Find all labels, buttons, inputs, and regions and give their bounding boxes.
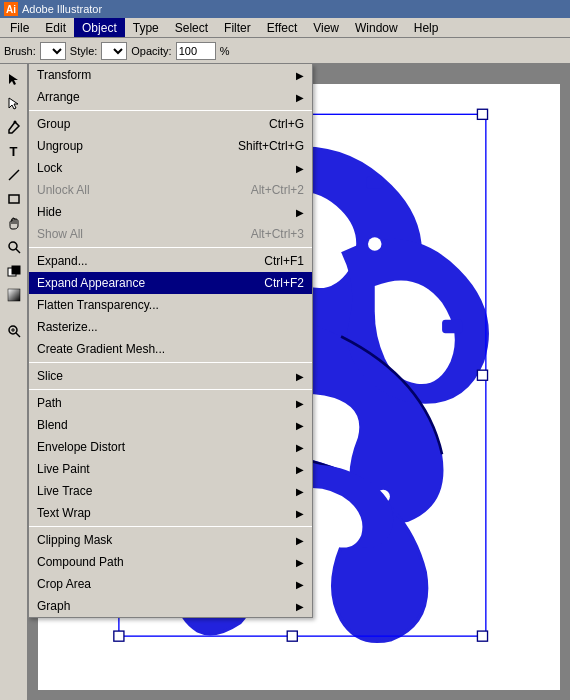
menu-rasterize[interactable]: Rasterize...: [29, 316, 312, 338]
separator-1: [29, 110, 312, 111]
svg-rect-35: [477, 631, 487, 641]
menu-type[interactable]: Type: [125, 18, 167, 37]
selection-tool[interactable]: [3, 68, 25, 90]
menu-live-paint[interactable]: Live Paint ▶: [29, 458, 312, 480]
svg-rect-30: [477, 109, 487, 119]
menu-crop-area[interactable]: Crop Area ▶: [29, 573, 312, 595]
fill-stroke-tool[interactable]: [3, 260, 25, 282]
opacity-label: Opacity:: [131, 45, 171, 57]
svg-rect-17: [366, 177, 383, 189]
app-icon: Ai: [4, 2, 18, 16]
direct-select-tool[interactable]: [3, 92, 25, 114]
menu-transform[interactable]: Transform ▶: [29, 64, 312, 86]
title-bar-text: Adobe Illustrator: [22, 3, 566, 15]
menu-effect[interactable]: Effect: [259, 18, 305, 37]
svg-rect-18: [442, 320, 462, 333]
separator-2: [29, 247, 312, 248]
svg-rect-32: [477, 370, 487, 380]
main-area: T: [0, 64, 570, 700]
svg-line-6: [16, 249, 20, 253]
separator-3: [29, 362, 312, 363]
menu-live-trace[interactable]: Live Trace ▶: [29, 480, 312, 502]
gradient-tool[interactable]: [3, 284, 25, 306]
menu-show-all[interactable]: Show All Alt+Ctrl+3: [29, 223, 312, 245]
left-toolbar: T: [0, 64, 28, 700]
line-tool[interactable]: [3, 164, 25, 186]
title-bar: Ai Adobe Illustrator: [0, 0, 570, 18]
menu-group[interactable]: Group Ctrl+G: [29, 113, 312, 135]
percent-label: %: [220, 45, 230, 57]
svg-rect-9: [8, 289, 20, 301]
menu-clipping-mask[interactable]: Clipping Mask ▶: [29, 529, 312, 551]
menu-file[interactable]: File: [2, 18, 37, 37]
menu-help[interactable]: Help: [406, 18, 447, 37]
separator-4: [29, 389, 312, 390]
object-menu-dropdown: Transform ▶ Arrange ▶ Group Ctrl+G Ungro…: [28, 64, 313, 618]
menu-blend[interactable]: Blend ▶: [29, 414, 312, 436]
svg-point-5: [9, 242, 17, 250]
brush-label: Brush:: [4, 45, 36, 57]
canvas-area: Transform ▶ Arrange ▶ Group Ctrl+G Ungro…: [28, 64, 570, 700]
svg-rect-34: [287, 631, 297, 641]
menu-expand-appearance[interactable]: Expand Appearance Ctrl+F2: [29, 272, 312, 294]
menu-graph[interactable]: Graph ▶: [29, 595, 312, 617]
menu-compound-path[interactable]: Compound Path ▶: [29, 551, 312, 573]
svg-rect-4: [9, 195, 19, 203]
menu-unlock-all[interactable]: Unlock All Alt+Ctrl+2: [29, 179, 312, 201]
opacity-input[interactable]: [176, 42, 216, 60]
svg-text:Ai: Ai: [6, 4, 16, 15]
menu-window[interactable]: Window: [347, 18, 406, 37]
menu-path[interactable]: Path ▶: [29, 392, 312, 414]
menu-create-gradient-mesh[interactable]: Create Gradient Mesh...: [29, 338, 312, 360]
menu-filter[interactable]: Filter: [216, 18, 259, 37]
style-label: Style:: [70, 45, 98, 57]
brush-select[interactable]: [40, 42, 66, 60]
menu-bar: File Edit Object Type Select Filter Effe…: [0, 18, 570, 38]
menu-expand[interactable]: Expand... Ctrl+F1: [29, 250, 312, 272]
style-select[interactable]: [101, 42, 127, 60]
menu-ungroup[interactable]: Ungroup Shift+Ctrl+G: [29, 135, 312, 157]
menu-lock[interactable]: Lock ▶: [29, 157, 312, 179]
svg-line-3: [9, 170, 19, 180]
menu-object[interactable]: Object: [74, 18, 125, 37]
menu-text-wrap[interactable]: Text Wrap ▶: [29, 502, 312, 524]
menu-envelope-distort[interactable]: Envelope Distort ▶: [29, 436, 312, 458]
svg-rect-33: [114, 631, 124, 641]
menu-hide[interactable]: Hide ▶: [29, 201, 312, 223]
menu-select[interactable]: Select: [167, 18, 216, 37]
svg-point-23: [368, 237, 381, 250]
menu-edit[interactable]: Edit: [37, 18, 74, 37]
separator-5: [29, 526, 312, 527]
menu-arrange[interactable]: Arrange ▶: [29, 86, 312, 108]
toolbar: Brush: Style: Opacity: %: [0, 38, 570, 64]
rect-tool[interactable]: [3, 188, 25, 210]
svg-rect-8: [12, 266, 20, 274]
menu-view[interactable]: View: [305, 18, 347, 37]
text-tool[interactable]: T: [3, 140, 25, 162]
svg-point-24: [420, 357, 430, 367]
menu-flatten-transparency[interactable]: Flatten Transparency...: [29, 294, 312, 316]
svg-point-2: [13, 121, 16, 124]
pen-tool[interactable]: [3, 116, 25, 138]
menu-slice[interactable]: Slice ▶: [29, 365, 312, 387]
hand-tool[interactable]: [3, 212, 25, 234]
magnify-tool[interactable]: [3, 320, 25, 342]
svg-line-13: [16, 333, 20, 337]
zoom-tool[interactable]: [3, 236, 25, 258]
